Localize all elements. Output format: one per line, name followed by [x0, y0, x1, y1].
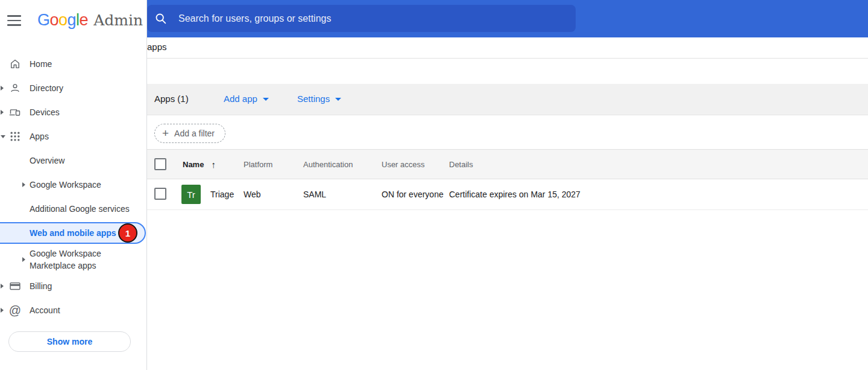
sidebar-item-devices[interactable]: Devices: [0, 100, 146, 124]
cell-details: Certificate expires on Mar 15, 2027: [449, 190, 580, 199]
column-header-authentication: Authentication: [303, 160, 353, 169]
sidebar-item-label: Home: [30, 59, 52, 69]
table-row[interactable]: Tr Triage Web SAML ON for everyone Certi…: [146, 179, 868, 210]
person-icon: [9, 82, 21, 94]
hamburger-menu-icon[interactable]: [7, 15, 21, 26]
sidebar-item-billing[interactable]: Billing: [0, 274, 146, 298]
select-all-checkbox[interactable]: [154, 158, 166, 170]
sidebar-item-label: Devices: [30, 107, 60, 117]
logo-letter-3: g: [68, 11, 77, 29]
cell-authentication: SAML: [303, 190, 326, 199]
app-avatar: Tr: [181, 185, 201, 204]
logo-letter-0: G: [37, 11, 50, 29]
table-header-row: Name ↑ Platform Authentication User acce…: [146, 149, 868, 179]
annotation-badge: 1: [118, 223, 137, 243]
logo-admin-text: Admin: [93, 11, 143, 29]
sidebar-item-account[interactable]: @ Account: [0, 298, 146, 322]
caret-down-icon: [335, 98, 341, 101]
app-header-bar: [147, 0, 868, 37]
devices-icon: [9, 106, 21, 118]
add-filter-label: Add a filter: [174, 129, 215, 138]
at-sign-icon: @: [9, 304, 21, 316]
cell-name: Triage: [210, 190, 234, 199]
chevron-right-icon[interactable]: [1, 308, 4, 313]
sidebar-item-apps[interactable]: Apps: [0, 124, 146, 148]
sidebar-item-label: Google Workspace: [30, 180, 101, 190]
chevron-right-icon[interactable]: [1, 86, 4, 91]
plus-icon: +: [162, 127, 169, 139]
chevron-right-icon[interactable]: [1, 110, 4, 115]
column-header-details: Details: [449, 160, 473, 169]
cell-platform: Web: [244, 190, 261, 199]
column-header-user-access: User access: [382, 160, 425, 169]
sidebar-item-label: Web and mobile apps: [30, 228, 116, 238]
sidebar-item-label: Apps: [30, 132, 49, 141]
sidebar-item-directory[interactable]: Directory: [0, 76, 146, 100]
search-bar[interactable]: [147, 5, 576, 32]
chevron-right-icon[interactable]: [1, 284, 4, 289]
logo-letter-1: o: [50, 11, 59, 29]
add-app-button[interactable]: Add app: [224, 94, 269, 104]
sidebar-item-google-workspace-marketplace-apps[interactable]: Google Workspace Marketplace apps: [0, 247, 146, 272]
google-admin-logo[interactable]: GoogleAdmin: [37, 11, 143, 30]
chevron-down-icon[interactable]: [1, 135, 5, 138]
sidebar-item-google-workspace[interactable]: Google Workspace: [0, 173, 146, 197]
settings-button[interactable]: Settings: [297, 94, 341, 104]
apps-count-title: Apps (1): [154, 94, 189, 104]
cell-user-access: ON for everyone: [382, 190, 444, 199]
show-more-button[interactable]: Show more: [8, 331, 131, 352]
column-header-name[interactable]: Name ↑: [183, 159, 216, 170]
sidebar-item-home[interactable]: Home: [0, 52, 146, 76]
credit-card-icon: [9, 280, 21, 292]
divider: [146, 58, 868, 59]
apps-toolbar: Apps (1) Add app Settings: [146, 84, 868, 115]
add-app-label: Add app: [224, 94, 257, 104]
row-checkbox[interactable]: [154, 188, 166, 200]
logo-letter-2: o: [58, 11, 68, 29]
search-input[interactable]: [168, 5, 576, 32]
add-filter-button[interactable]: + Add a filter: [154, 124, 225, 143]
sidebar: GoogleAdmin Home Directory Devices: [0, 0, 147, 370]
sidebar-item-label: Overview: [30, 156, 64, 165]
sidebar-item-label: Google Workspace Marketplace apps: [30, 247, 126, 272]
sidebar-item-label: Billing: [30, 281, 52, 291]
caret-down-icon: [263, 98, 269, 101]
sidebar-item-additional-google-services[interactable]: Additional Google services: [0, 197, 146, 221]
google-admin-console: GoogleAdmin Home Directory Devices: [0, 0, 868, 370]
sort-ascending-icon: ↑: [211, 159, 216, 170]
chevron-right-icon[interactable]: [22, 182, 25, 187]
sidebar-item-label: Account: [30, 305, 60, 315]
logo-letter-5: e: [80, 11, 89, 29]
chevron-right-icon[interactable]: [22, 257, 25, 262]
sidebar-item-overview[interactable]: Overview: [0, 148, 146, 173]
sidebar-item-label: Additional Google services: [30, 204, 130, 214]
home-icon: [9, 58, 21, 70]
search-icon: [154, 12, 168, 25]
column-header-platform: Platform: [244, 160, 272, 169]
breadcrumb: apps: [147, 42, 167, 52]
settings-label: Settings: [297, 94, 330, 104]
sidebar-item-label: Directory: [30, 83, 63, 93]
apps-grid-icon: [9, 130, 21, 142]
